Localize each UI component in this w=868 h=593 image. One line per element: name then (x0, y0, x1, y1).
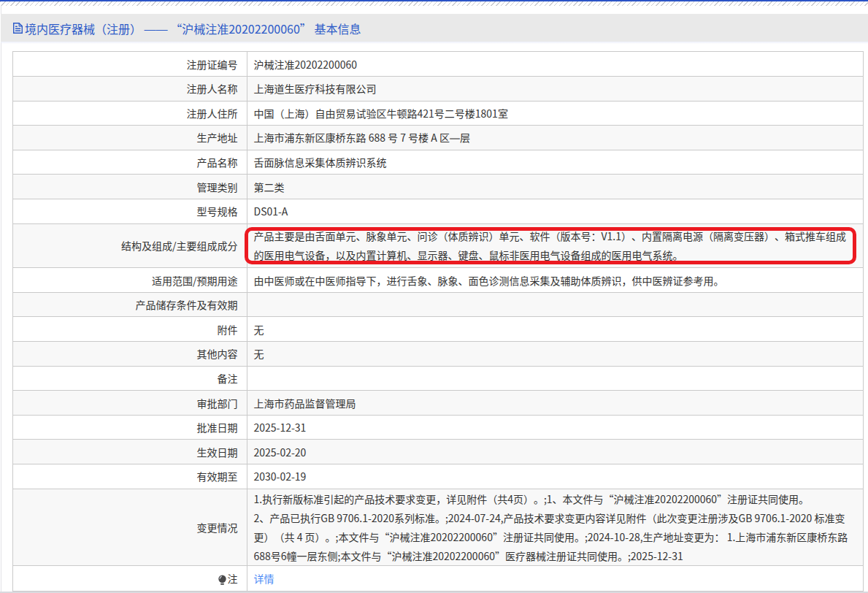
row-value-cell: DS01-A (247, 199, 863, 223)
row-value: 产品主要是由舌面单元、脉象单元、问诊（体质辨识）单元、软件（版本号：V1.1）、… (254, 226, 852, 264)
row-label-cell: 注册人住所 (13, 102, 247, 126)
row-label-cell: 产品名称 (13, 150, 247, 175)
info-table: 注册证编号 沪械注准20202200060 注册人名称 上海道生医疗科技有限公司… (12, 51, 864, 592)
row-value: 无 (254, 320, 264, 339)
row-label: 其他内容 (197, 346, 238, 361)
row-value-cell: 2025-12-31 (247, 416, 863, 440)
row-value: 2025-12-31 (254, 418, 307, 437)
row-value: 沪械注准20202200060 (254, 55, 357, 74)
row-value-cell: 产品主要是由舌面单元、脉象单元、问诊（体质辨识）单元、软件（版本号：V1.1）、… (247, 224, 863, 268)
row-label-cell: 管理类别 (13, 175, 247, 199)
row-label: 附件 (218, 322, 238, 337)
table-row: 批准日期 2025-12-31 (13, 415, 863, 440)
table-row: 注册人名称 上海道生医疗科技有限公司 (13, 76, 863, 101)
row-label-cell: 备注 (13, 367, 247, 391)
row-label-cell: 注 (13, 566, 247, 591)
row-value: 2025-02-20 (254, 443, 307, 462)
row-value-cell: 上海市药品监督管理局 (247, 391, 863, 415)
row-value: 无 (254, 344, 264, 363)
row-value: DS01-A (254, 202, 288, 221)
row-value: 中国（上海）自由贸易试验区牛顿路421号二号楼1801室 (254, 104, 508, 123)
row-value-cell: 第二类 (247, 175, 863, 199)
row-value-cell: 2030-02-19 (247, 464, 863, 489)
table-row: 产品储存条件及有效期 (13, 292, 863, 317)
page-header-bar: 境内医疗器械（注册） —— “沪械注准20202200060” 基本信息 (1, 14, 868, 42)
row-label-cell: 有效期至 (13, 464, 247, 489)
note-bulb-icon (218, 573, 226, 584)
row-label: 生产地址 (197, 130, 238, 145)
row-label-cell: 附件 (13, 317, 247, 341)
row-value: 由中医师或在中医师指导下，进行舌象、脉象、面色诊测信息采集及辅助体质辨识，供中医… (254, 271, 724, 290)
row-value-cell: 中国（上海）自由贸易试验区牛顿路421号二号楼1801室 (247, 102, 863, 126)
detail-link[interactable]: 详情 (254, 569, 274, 588)
row-label-cell: 适用范围/预期用途 (13, 268, 247, 292)
row-value-cell: 无 (247, 317, 863, 341)
row-label: 适用范围/预期用途 (152, 273, 238, 288)
row-value: 上海市浦东新区康桥东路 688 号 7 号楼 A 区—层 (254, 128, 470, 147)
row-label: 注册人住所 (187, 106, 238, 120)
row-value: 第二类 (254, 177, 285, 196)
row-value: 上海市药品监督管理局 (254, 394, 356, 413)
row-label: 审批部门 (197, 396, 238, 410)
row-label-cell: 变更情况 (13, 489, 247, 566)
row-label: 产品名称 (197, 155, 238, 169)
row-label: 管理类别 (197, 180, 238, 194)
table-row: 其他内容 无 (13, 341, 863, 366)
table-row: 审批部门 上海市药品监督管理局 (13, 390, 863, 415)
row-label-cell: 生产地址 (13, 126, 247, 150)
row-value-cell (247, 293, 863, 317)
row-label-cell: 审批部门 (13, 391, 247, 415)
row-label-cell: 其他内容 (13, 342, 247, 366)
row-label-cell: 注册证编号 (13, 52, 247, 76)
row-value: 舌面脉信息采集体质辨识系统 (254, 153, 387, 172)
row-label: 注册人名称 (187, 81, 238, 96)
table-row: 注 详情 (13, 565, 863, 591)
row-value-cell: 由中医师或在中医师指导下，进行舌象、脉象、面色诊测信息采集及辅助体质辨识，供中医… (247, 268, 863, 292)
table-row: 管理类别 第二类 (13, 174, 863, 199)
table-row: 型号规格 DS01-A (13, 199, 863, 223)
row-label: 生效日期 (197, 445, 238, 459)
page-left-border (1, 5, 1, 593)
row-value: 上海道生医疗科技有限公司 (254, 79, 377, 98)
row-value-cell: 沪械注准20202200060 (247, 52, 863, 76)
row-label-cell: 型号规格 (13, 199, 247, 223)
row-value-cell: 上海市浦东新区康桥东路 688 号 7 号楼 A 区—层 (247, 126, 863, 150)
table-row: 注册证编号 沪械注准20202200060 (13, 52, 863, 76)
top-diagonal-stripes (0, 1, 868, 6)
table-row: 有效期至 2030-02-19 (13, 464, 863, 489)
row-label: 注 (228, 571, 238, 586)
table-row: 注册人住所 中国（上海）自由贸易试验区牛顿路421号二号楼1801室 (13, 101, 863, 126)
table-row: 附件 无 (13, 316, 863, 341)
row-label-cell: 生效日期 (13, 440, 247, 464)
table-row: 适用范围/预期用途 由中医师或在中医师指导下，进行舌象、脉象、面色诊测信息采集及… (13, 267, 863, 292)
row-value-cell: 舌面脉信息采集体质辨识系统 (247, 150, 863, 175)
row-label: 批准日期 (197, 420, 238, 435)
table-row: 生效日期 2025-02-20 (13, 439, 863, 464)
row-value: 1.执行新版标准引起的产品技术要求变更，详见附件（共4页）。;1、本文件与“沪械… (254, 489, 850, 565)
row-label: 注册证编号 (187, 57, 238, 72)
table-row: 备注 (13, 366, 863, 391)
row-label-cell: 批准日期 (13, 416, 247, 440)
row-label: 结构及组成/主要组成成分 (121, 238, 238, 253)
document-icon (13, 22, 23, 34)
page-title: 境内医疗器械（注册） —— “沪械注准20202200060” 基本信息 (25, 14, 361, 42)
row-value-cell: 详情 (247, 566, 863, 591)
table-row: 结构及组成/主要组成成分 产品主要是由舌面单元、脉象单元、问诊（体质辨识）单元、… (13, 223, 863, 268)
row-label: 型号规格 (197, 204, 238, 218)
table-row: 生产地址 上海市浦东新区康桥东路 688 号 7 号楼 A 区—层 (13, 125, 863, 150)
row-label-cell: 结构及组成/主要组成成分 (13, 224, 247, 268)
row-value-cell: 上海道生医疗科技有限公司 (247, 77, 863, 101)
header-bottom-glow (1, 42, 868, 44)
table-row: 变更情况 1.执行新版标准引起的产品技术要求变更，详见附件（共4页）。;1、本文… (13, 489, 863, 566)
row-value-cell: 2025-02-20 (247, 440, 863, 464)
row-label-cell: 注册人名称 (13, 77, 247, 101)
table-row: 产品名称 舌面脉信息采集体质辨识系统 (13, 150, 863, 175)
row-label: 有效期至 (197, 469, 238, 483)
row-value-cell (247, 367, 863, 391)
row-label: 产品储存条件及有效期 (136, 297, 238, 312)
row-value-cell: 1.执行新版标准引起的产品技术要求变更，详见附件（共4页）。;1、本文件与“沪械… (247, 489, 863, 566)
row-value-cell: 无 (247, 342, 863, 366)
row-label-cell: 产品储存条件及有效期 (13, 293, 247, 317)
row-label: 备注 (218, 371, 238, 386)
row-value: 2030-02-19 (254, 467, 307, 486)
